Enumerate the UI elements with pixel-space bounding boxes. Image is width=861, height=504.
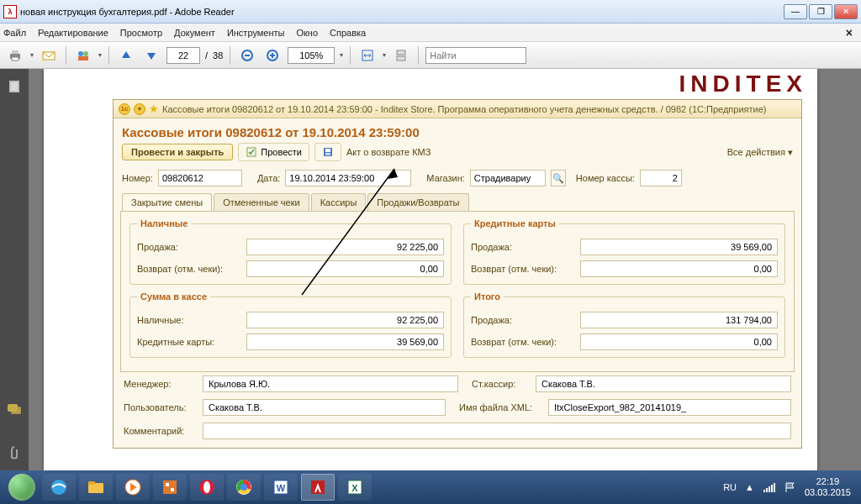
date-input[interactable] — [285, 170, 411, 186]
tray-network-icon[interactable] — [763, 481, 776, 493]
number-input[interactable] — [158, 170, 242, 186]
pages-panel-icon[interactable] — [7, 79, 22, 94]
tray-clock[interactable]: 22:19 03.03.2015 — [805, 476, 851, 498]
group-sum: Сумма в кассе Наличные:92 225,00 Кредитн… — [129, 291, 452, 358]
tab-cashiers[interactable]: Кассиры — [311, 193, 367, 211]
menu-edit[interactable]: Редактирование — [38, 28, 108, 38]
c1-dropdown-icon[interactable]: ▾ — [134, 103, 145, 115]
cash-sale-value[interactable]: 92 225,00 — [246, 239, 444, 255]
tray-up-icon[interactable]: ▲ — [745, 482, 754, 492]
zoom-out-icon[interactable] — [237, 45, 257, 66]
lbl-cash-sale: Продажа: — [137, 242, 246, 252]
page-down-icon[interactable] — [141, 45, 161, 66]
stcashier-field[interactable]: Скакова Т.В. — [536, 375, 791, 392]
shop-search-icon[interactable]: 🔍 — [551, 170, 566, 186]
c1-star-icon[interactable]: ★ — [149, 102, 159, 115]
svg-rect-29 — [166, 483, 169, 486]
svg-rect-11 — [272, 53, 273, 58]
shop-input[interactable] — [470, 170, 546, 186]
taskbar-wmp-icon[interactable] — [116, 474, 150, 501]
post-and-close-button[interactable]: Провести и закрыть — [122, 144, 233, 160]
menu-tools[interactable]: Инструменты — [227, 28, 285, 38]
taskbar: W X RU ▲ 22:19 03.03.2015 — [0, 470, 861, 504]
email-icon[interactable] — [39, 45, 59, 66]
taskbar-chrome-icon[interactable] — [227, 474, 261, 501]
svg-rect-43 — [769, 486, 770, 492]
svg-rect-8 — [245, 55, 250, 56]
group-cash: Наличные Продажа:92 225,00 Возврат (отм.… — [129, 218, 452, 285]
collab-icon[interactable] — [73, 45, 93, 66]
card-return-value[interactable]: 0,00 — [580, 260, 778, 277]
post-button[interactable]: Провести — [238, 143, 309, 161]
user-field[interactable]: Скакова Т.В. — [203, 399, 446, 416]
c1-window: 1c ▾ ★ Кассовые итоги 09820612 от 19.10.… — [113, 99, 802, 449]
tab-close-shift[interactable]: Закрытие смены — [122, 193, 212, 211]
all-actions-button[interactable]: Все действия ▾ — [727, 147, 793, 158]
total-return-value[interactable]: 0,00 — [580, 333, 778, 350]
manager-field[interactable]: Крылова Я.Ю. — [203, 375, 458, 392]
menu-help[interactable]: Справка — [330, 28, 366, 38]
svg-rect-14 — [397, 56, 405, 60]
lbl-sum-cash: Наличные: — [137, 315, 246, 325]
tab-sales-returns[interactable]: Продажи/Возвраты — [367, 193, 468, 211]
legend-cash: Наличные — [137, 218, 191, 228]
start-button[interactable] — [5, 470, 39, 504]
close-button[interactable]: ✕ — [834, 4, 858, 19]
act-return-link[interactable]: Акт о возврате КМЗ — [346, 147, 430, 157]
taskbar-app1-icon[interactable] — [153, 474, 187, 501]
minimize-button[interactable]: — — [784, 4, 807, 19]
menu-window[interactable]: Окно — [296, 28, 318, 38]
comments-panel-icon[interactable] — [7, 402, 22, 417]
tray-lang[interactable]: RU — [723, 482, 737, 492]
zoom-input[interactable] — [288, 47, 335, 64]
taskbar-explorer-icon[interactable] — [79, 474, 113, 501]
lbl-comment: Комментарий: — [124, 426, 198, 436]
svg-rect-41 — [763, 490, 765, 492]
taskbar-ie-icon[interactable] — [42, 474, 76, 501]
lbl-total-sale: Продажа: — [471, 315, 580, 325]
c1-logo-icon: 1c — [119, 103, 130, 115]
taskbar-adobe-icon[interactable] — [301, 474, 335, 501]
maximize-button[interactable]: ❐ — [809, 4, 832, 19]
svg-rect-28 — [163, 480, 177, 494]
menu-file[interactable]: Файл — [3, 28, 26, 38]
tray-time: 22:19 — [805, 476, 851, 487]
svg-rect-26 — [88, 481, 95, 485]
doc-close-button[interactable]: × — [846, 26, 858, 39]
taskbar-opera-icon[interactable] — [190, 474, 224, 501]
sum-cards-value[interactable]: 39 569,00 — [246, 333, 444, 350]
zoom-in-icon[interactable] — [262, 45, 283, 66]
fit-width-icon[interactable] — [357, 45, 378, 66]
total-sale-value[interactable]: 131 794,00 — [580, 312, 778, 328]
menu-view[interactable]: Просмотр — [120, 28, 162, 38]
tab-cancelled[interactable]: Отмененные чеки — [214, 193, 309, 211]
svg-rect-21 — [325, 149, 330, 152]
svg-rect-1 — [12, 50, 18, 54]
document-area: INDITEX 1c ▾ ★ Кассовые итоги 09820612 о… — [29, 69, 861, 470]
menu-document[interactable]: Документ — [174, 28, 215, 38]
lbl-total-return: Возврат (отм. чеки): — [471, 337, 580, 347]
print-icon[interactable] — [5, 45, 25, 66]
attachments-panel-icon[interactable] — [7, 445, 22, 460]
legend-cards: Кредитные карты — [471, 218, 559, 228]
xml-field[interactable]: ItxCloseExport_982_20141019_ — [548, 399, 791, 416]
save-button[interactable] — [314, 143, 341, 161]
tray-date: 03.03.2015 — [805, 487, 851, 498]
reader-toolbar: ▾ ▾ / 38 ▾ ▾ — [0, 42, 861, 69]
scroll-mode-icon[interactable] — [391, 45, 411, 66]
taskbar-word-icon[interactable]: W — [264, 474, 298, 501]
comment-field[interactable] — [203, 423, 791, 439]
tray-flag-icon[interactable] — [784, 481, 796, 493]
cash-return-value[interactable]: 0,00 — [246, 260, 444, 277]
page-number-input[interactable] — [166, 47, 200, 64]
lbl-card-sale: Продажа: — [471, 242, 580, 252]
svg-rect-13 — [397, 50, 405, 55]
card-sale-value[interactable]: 39 569,00 — [580, 239, 778, 255]
kassa-input[interactable] — [640, 170, 682, 186]
group-cards: Кредитные карты Продажа:39 569,00 Возвра… — [463, 218, 785, 285]
sum-cash-value[interactable]: 92 225,00 — [246, 312, 444, 328]
page-up-icon[interactable] — [116, 45, 136, 66]
find-input[interactable] — [425, 47, 526, 64]
lbl-cash-return: Возврат (отм. чеки): — [137, 264, 246, 274]
taskbar-excel-icon[interactable]: X — [338, 474, 372, 501]
